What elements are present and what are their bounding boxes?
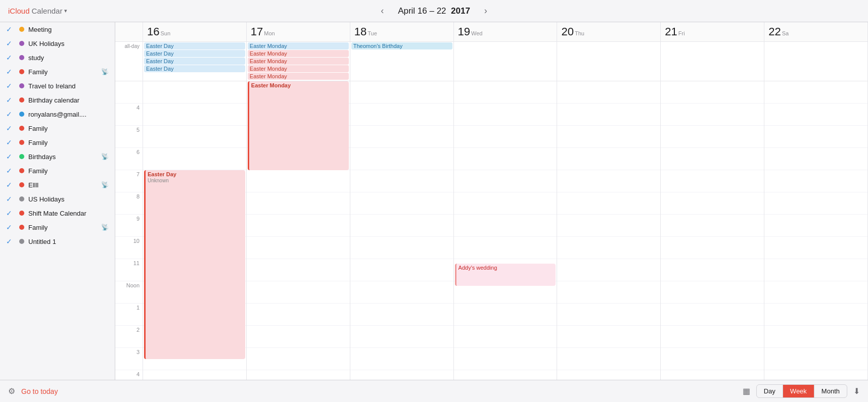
sidebar-item-birthdays[interactable]: ✓Birthdays📡 — [0, 149, 115, 164]
check-icon: ✓ — [6, 181, 15, 189]
main-layout: ✓Meeting✓UK Holidays✓study✓Family📡✓Trave… — [0, 22, 868, 380]
hour-cell — [454, 104, 557, 126]
hour-cell — [661, 237, 764, 259]
sidebar-item-label: Family — [28, 68, 99, 76]
allday-event[interactable]: Easter Day — [144, 58, 245, 65]
check-icon: ✓ — [6, 25, 15, 33]
goto-today-button[interactable]: Go to today — [21, 387, 58, 395]
time-gutter: 4567891011Noon1234 — [115, 81, 143, 380]
allday-event[interactable]: Easter Monday — [248, 42, 349, 49]
day-column-0: Easter DayUnknown — [143, 81, 247, 380]
allday-cell-6 — [764, 42, 868, 81]
share-icon: 📡 — [101, 224, 109, 231]
time-grid[interactable]: 4567891011Noon1234 Easter DayUnknownEast… — [115, 81, 868, 380]
app-header: iCloud Calendar ▾ ‹ April 16 – 22 2017 › — [0, 0, 868, 22]
sidebar-item-ronyalans[interactable]: ✓ronyalans@gmail.... — [0, 107, 115, 121]
hour-cell — [661, 259, 764, 281]
sidebar-item-family5[interactable]: ✓Family📡 — [0, 220, 115, 234]
hour-cell — [661, 281, 764, 304]
hour-cell — [557, 104, 660, 126]
hour-cell — [247, 192, 350, 215]
sidebar-item-label: ronyalans@gmail.... — [28, 111, 109, 118]
day-name: Wed — [471, 30, 482, 36]
check-icon: ✓ — [6, 195, 15, 203]
sidebar-item-family3[interactable]: ✓Family — [0, 135, 115, 149]
settings-button[interactable]: ⚙ — [8, 386, 15, 396]
hour-cell — [350, 170, 453, 192]
hour-cell — [350, 348, 453, 370]
hour-cell — [454, 237, 557, 259]
sidebar-item-label: Family — [28, 125, 109, 132]
calendar-dot — [19, 211, 24, 216]
sidebar-item-family4[interactable]: ✓Family — [0, 164, 115, 178]
allday-event[interactable]: Easter Day — [144, 42, 245, 49]
sidebar-item-birthday-cal[interactable]: ✓Birthday calendar — [0, 93, 115, 107]
time-label: 4 — [115, 370, 143, 380]
event-easter-monday[interactable]: Easter Monday — [248, 81, 349, 170]
sidebar-item-family1[interactable]: ✓Family📡 — [0, 65, 115, 79]
day-column-2 — [350, 81, 454, 380]
sidebar-item-meeting[interactable]: ✓Meeting — [0, 22, 115, 36]
event-easter-day[interactable]: Easter DayUnknown — [144, 170, 245, 359]
hour-cell — [764, 281, 867, 304]
calendar-dot — [19, 27, 24, 32]
hour-cell — [350, 192, 453, 215]
allday-event[interactable]: Easter Day — [144, 65, 245, 72]
check-icon: ✓ — [6, 138, 15, 146]
allday-event[interactable]: Theomon's Birthday — [351, 42, 452, 49]
allday-event[interactable]: Easter Monday — [248, 73, 349, 80]
hour-cell — [454, 170, 557, 192]
hour-cell — [557, 370, 660, 380]
sidebar-item-uk-holidays[interactable]: ✓UK Holidays — [0, 36, 115, 51]
hour-cell — [143, 104, 246, 126]
icloud-label: iCloud — [8, 7, 30, 15]
check-icon: ✓ — [6, 68, 15, 76]
calendar-dot — [19, 225, 24, 230]
next-week-button[interactable]: › — [480, 4, 491, 18]
sidebar-item-ellll[interactable]: ✓Ellll📡 — [0, 178, 115, 192]
hour-cell — [350, 326, 453, 348]
calendar-view-icon-button[interactable]: ▦ — [743, 386, 750, 396]
day-column-6 — [764, 81, 868, 380]
check-icon: ✓ — [6, 124, 15, 132]
hour-cell — [454, 304, 557, 326]
hour-cell — [557, 148, 660, 170]
share-icon: 📡 — [101, 181, 109, 188]
allday-event[interactable]: Easter Monday — [248, 65, 349, 72]
brand-chevron-icon[interactable]: ▾ — [64, 8, 67, 14]
event-addys-wedding[interactable]: Addy's wedding — [455, 264, 556, 286]
allday-event[interactable]: Easter Day — [144, 50, 245, 57]
sidebar-item-us-holidays[interactable]: ✓US Holidays — [0, 192, 115, 206]
view-toggle: Day Week Month — [756, 384, 847, 398]
view-month-button[interactable]: Month — [814, 385, 847, 397]
allday-event[interactable]: Easter Monday — [248, 50, 349, 57]
sidebar-item-untitled1[interactable]: ✓Untitled 1 — [0, 234, 115, 248]
day-name: Tue — [368, 30, 377, 36]
view-week-button[interactable]: Week — [783, 385, 814, 397]
prev-week-button[interactable]: ‹ — [377, 4, 388, 18]
time-label: 6 — [115, 148, 143, 170]
allday-cell-1: Easter MondayEaster MondayEaster MondayE… — [247, 42, 350, 81]
hour-cell — [350, 304, 453, 326]
allday-cell-5 — [661, 42, 764, 81]
hour-cell — [557, 170, 660, 192]
hour-cell — [764, 192, 867, 215]
sidebar-item-family2[interactable]: ✓Family — [0, 121, 115, 135]
sidebar-item-study[interactable]: ✓study — [0, 51, 115, 65]
hour-cell — [764, 170, 867, 192]
day-name: Thu — [575, 30, 584, 36]
hour-cell — [247, 237, 350, 259]
view-day-button[interactable]: Day — [757, 385, 783, 397]
allday-event[interactable]: Easter Monday — [248, 58, 349, 65]
hour-cell — [661, 104, 764, 126]
allday-cell-2: Theomon's Birthday — [350, 42, 454, 81]
hour-cell — [247, 348, 350, 370]
day-number: 17 — [251, 25, 263, 38]
sidebar-item-travel[interactable]: ✓Travel to Ireland — [0, 79, 115, 93]
download-button[interactable]: ⬇ — [853, 386, 860, 396]
hour-cell — [764, 148, 867, 170]
sidebar-item-label: US Holidays — [28, 195, 109, 203]
time-label: 1 — [115, 304, 143, 326]
sidebar-item-shift-mate[interactable]: ✓Shift Mate Calendar — [0, 206, 115, 220]
hour-cell — [143, 370, 246, 380]
